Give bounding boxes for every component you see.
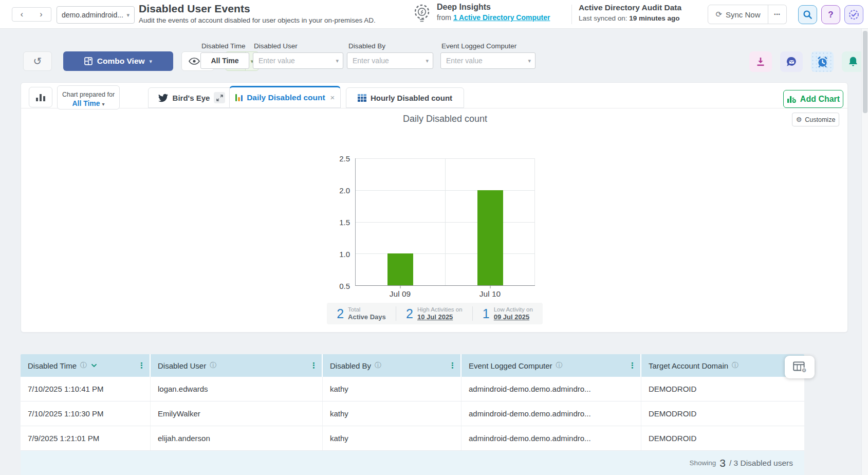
- filter-label-disabled-time: Disabled Time: [201, 42, 246, 50]
- disabled-by-filter[interactable]: ▾: [347, 52, 433, 69]
- scrollbar-thumb[interactable]: [863, 31, 867, 113]
- bar-jul-10[interactable]: [477, 190, 503, 285]
- sync-group: ⟳ Sync Now •••: [708, 5, 787, 24]
- table-settings-icon: ⚙: [793, 361, 807, 373]
- y-tick-label: 0.5: [339, 282, 350, 290]
- info-icon[interactable]: ⓘ: [80, 361, 87, 370]
- table-cell: admindroid-demo.demo.admindro...: [461, 401, 641, 426]
- schedule-button[interactable]: [811, 51, 834, 72]
- last-synced-value: 19 minutes ago: [629, 14, 679, 22]
- table-cell: EmilyWalker: [151, 401, 323, 426]
- active-directory-computer-link[interactable]: 1 Active Directory Computer: [453, 13, 550, 22]
- chart-plot: [355, 158, 535, 286]
- column-menu-icon[interactable]: ⋮: [310, 361, 318, 370]
- table-row[interactable]: 7/9/2025 1:21:01 PMelijah.andersonkathya…: [21, 426, 804, 451]
- event-logged-computer-filter[interactable]: ▾: [440, 52, 535, 69]
- column-menu-icon[interactable]: ⋮: [629, 361, 636, 370]
- combo-view-icon: [84, 57, 93, 65]
- table-cell: admindroid-demo.demo.admindro...: [461, 377, 641, 401]
- back-button[interactable]: ‹: [12, 7, 32, 22]
- filter-label-disabled-by: Disabled By: [348, 42, 385, 50]
- refresh-button[interactable]: ↺: [23, 51, 52, 71]
- help-button[interactable]: ?: [821, 5, 840, 24]
- search-button[interactable]: [798, 5, 817, 24]
- disabled-user-filter[interactable]: ▾: [253, 52, 343, 69]
- stat-line1: Low Activity on: [494, 306, 533, 313]
- info-icon[interactable]: ⓘ: [556, 361, 563, 370]
- column-label: Target Account Domain: [649, 361, 728, 370]
- download-icon: [755, 57, 766, 67]
- colored-bars-icon: [235, 94, 243, 101]
- add-chart-button[interactable]: Add Chart: [783, 90, 843, 108]
- y-tick-label: 2.5: [339, 154, 350, 163]
- stat-line2: Active Days: [348, 313, 386, 321]
- deep-insights-title: Deep Insights: [437, 3, 550, 12]
- stat-low-activity: 1 Low Activity on 09 Jul 2025: [483, 306, 533, 322]
- stat-total-active-days: 2 Total Active Days: [337, 306, 386, 322]
- column-header-event-logged-computer[interactable]: Event Logged Computer ⓘ ⋮: [461, 354, 641, 377]
- audit-history-button[interactable]: [844, 5, 863, 24]
- tenant-name: demo.admindroid...: [62, 11, 123, 19]
- info-icon[interactable]: ⓘ: [732, 361, 738, 370]
- stat-divider: [396, 306, 396, 321]
- search-icon: [803, 10, 812, 20]
- page-title: Disabled User Events: [139, 3, 376, 15]
- disabled-time-filter[interactable]: All Time: [200, 52, 249, 69]
- bar-jul-09[interactable]: [387, 253, 413, 285]
- header-divider: [571, 5, 572, 24]
- sync-now-button[interactable]: ⟳ Sync Now: [708, 5, 768, 24]
- chevron-down-icon[interactable]: ▾: [426, 58, 429, 64]
- y-tick-label: 2.0: [339, 186, 350, 195]
- view-selector-button[interactable]: Combo View ▾: [63, 51, 173, 71]
- stat-line1: Total: [348, 306, 386, 313]
- column-chooser-button[interactable]: ⚙: [785, 356, 815, 378]
- tab-daily-label: Daily Disabled count: [247, 93, 325, 102]
- event-logged-computer-input[interactable]: [446, 57, 526, 65]
- clock-check-icon: [848, 9, 859, 20]
- column-header-disabled-by[interactable]: Disabled By ⓘ ⋮: [323, 354, 461, 377]
- export-button[interactable]: [749, 51, 772, 72]
- sort-desc-icon[interactable]: [91, 364, 97, 367]
- column-header-target-account-domain[interactable]: Target Account Domain ⓘ ⋮: [641, 354, 804, 377]
- stat-high-activities: 2 High Activities on 10 Jul 2025: [406, 306, 462, 322]
- tenant-selector[interactable]: demo.admindroid... ▾: [57, 6, 135, 24]
- disabled-user-input[interactable]: [258, 57, 334, 65]
- stat-value: 1: [483, 306, 490, 321]
- table-row[interactable]: 7/10/2025 1:10:41 PMlogan.edwardskathyad…: [21, 377, 804, 401]
- table-row[interactable]: 7/10/2025 1:10:30 PMEmilyWalkerkathyadmi…: [21, 401, 804, 426]
- info-icon[interactable]: ⓘ: [375, 361, 381, 370]
- gear-icon: ⚙: [796, 116, 802, 123]
- tab-hourly-label: Hourly Disabled count: [371, 94, 452, 102]
- chart-prepared-for-selector[interactable]: Chart prepared for All Time▾: [57, 85, 120, 109]
- info-icon[interactable]: ⓘ: [210, 361, 216, 370]
- chevron-down-icon[interactable]: ▾: [528, 58, 531, 64]
- forward-button[interactable]: ›: [31, 7, 51, 22]
- disabled-by-input[interactable]: [353, 57, 423, 65]
- chart-type-button[interactable]: [29, 87, 52, 107]
- close-icon[interactable]: ×: [330, 93, 335, 102]
- column-header-disabled-time[interactable]: Disabled Time ⓘ ⋮: [21, 354, 151, 377]
- tab-daily-disabled-count[interactable]: Daily Disabled count ×: [229, 86, 341, 108]
- gridline-h: [356, 253, 535, 254]
- customize-label: Customize: [805, 116, 835, 123]
- svg-text:⚙: ⚙: [801, 367, 806, 373]
- column-menu-icon[interactable]: ⋮: [449, 361, 456, 370]
- tab-birds-eye[interactable]: Bird's Eye: [148, 87, 235, 108]
- chart-prepared-value: All Time: [72, 99, 100, 107]
- column-header-disabled-user[interactable]: Disabled User ⓘ ⋮: [151, 354, 323, 377]
- stat-date-link[interactable]: 09 Jul 2025: [494, 313, 533, 321]
- expand-icon[interactable]: [214, 92, 225, 103]
- feedback-button[interactable]: [780, 51, 803, 72]
- results-table: Disabled Time ⓘ ⋮ Disabled User ⓘ ⋮ Disa…: [21, 354, 804, 475]
- gridline-h: [356, 222, 535, 223]
- chevron-down-icon[interactable]: ▾: [336, 58, 339, 64]
- page-subtitle: Audit the events of account disabled for…: [139, 16, 376, 24]
- customize-button[interactable]: ⚙ Customize: [792, 113, 839, 126]
- column-menu-icon[interactable]: ⋮: [138, 361, 145, 370]
- app-header: ‹ › demo.admindroid... ▾ Disabled User E…: [0, 0, 868, 29]
- stat-line1: High Activities on: [417, 306, 463, 313]
- scrollbar[interactable]: [861, 29, 868, 475]
- more-options-button[interactable]: •••: [768, 5, 787, 24]
- stat-date-link[interactable]: 10 Jul 2025: [417, 313, 463, 321]
- tab-hourly-disabled-count[interactable]: Hourly Disabled count: [346, 87, 464, 108]
